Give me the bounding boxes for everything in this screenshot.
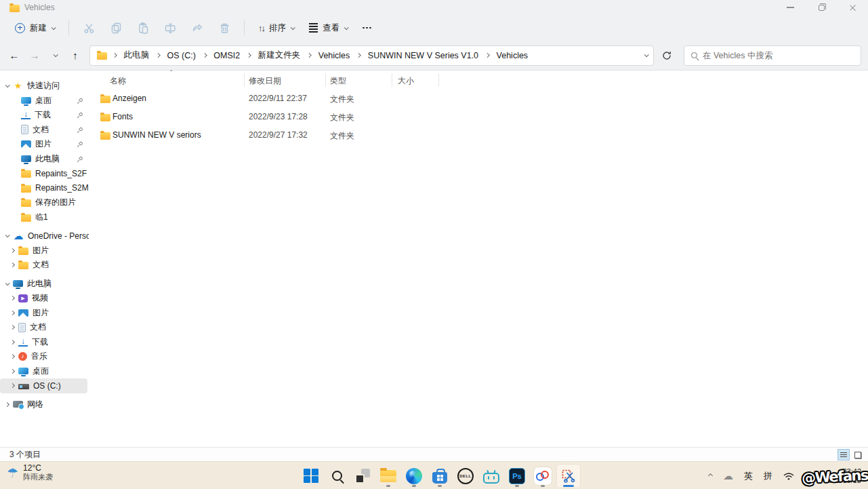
file-row-sunwin[interactable]: SUNWIN NEW V seriors 2022/9/27 17:32 文件夹: [89, 126, 868, 144]
sidebar-item-music[interactable]: ♪ 音乐: [0, 349, 89, 364]
chevron-right-icon[interactable]: [10, 248, 15, 253]
paste-button[interactable]: [131, 18, 154, 37]
sidebar-section-quick-access[interactable]: ★ 快速访问: [0, 79, 89, 94]
start-button[interactable]: [299, 464, 323, 488]
column-header-size[interactable]: 大小: [398, 75, 414, 87]
sidebar-item-repaints-s2m[interactable]: Repaints_S2M: [0, 181, 89, 196]
delete-button[interactable]: [213, 18, 236, 37]
sidebar-item-desktop[interactable]: 桌面: [0, 94, 89, 109]
new-button[interactable]: 新建: [9, 19, 60, 37]
chevron-right-icon[interactable]: [10, 296, 15, 300]
weather-widget[interactable]: ☂ 12°C 阵雨来袭: [7, 464, 53, 482]
restore-button[interactable]: [806, 0, 837, 15]
sidebar-item-temp1[interactable]: 临1: [0, 210, 89, 225]
sidebar-section-this-pc[interactable]: 此电脑: [0, 277, 89, 292]
breadcrumb-os-c[interactable]: OS (C:): [166, 50, 197, 62]
chevron-down-icon[interactable]: [5, 281, 10, 286]
rings-app-button[interactable]: [531, 464, 555, 488]
more-options-button[interactable]: [357, 24, 377, 33]
edge-button[interactable]: [402, 464, 426, 488]
sidebar-item-pc-downloads[interactable]: ↓ 下载: [0, 335, 89, 350]
refresh-button[interactable]: [657, 45, 677, 66]
sidebar-section-onedrive[interactable]: ☁ OneDrive - Persona: [0, 229, 89, 243]
file-row-fonts[interactable]: Fonts 2022/9/23 17:28 文件夹: [89, 108, 868, 126]
breadcrumb-omsi2[interactable]: OMSI2: [212, 50, 241, 62]
chevron-right-icon[interactable]: [10, 354, 15, 359]
wifi-button[interactable]: [778, 471, 800, 481]
details-view-button[interactable]: [838, 449, 850, 461]
onedrive-tray-button[interactable]: ☁: [718, 470, 739, 482]
rename-button[interactable]: [159, 18, 182, 37]
sidebar-item-os-c[interactable]: OS (C:): [0, 378, 87, 393]
cut-button[interactable]: [77, 18, 100, 37]
sidebar-item-downloads[interactable]: ↓ 下载: [0, 108, 89, 123]
ime-pinyin-button[interactable]: 拼: [758, 470, 778, 482]
hidden-icons-button[interactable]: [703, 474, 718, 477]
sidebar-section-network[interactable]: 网络: [0, 397, 89, 412]
dell-button[interactable]: DELL: [453, 464, 478, 488]
back-button[interactable]: ←: [4, 45, 24, 66]
ime-language-button[interactable]: 英: [739, 470, 758, 482]
chevron-right-icon[interactable]: [5, 402, 9, 407]
chevron-right-icon[interactable]: [10, 262, 15, 267]
breadcrumb-new-folder[interactable]: 新建文件夹: [257, 48, 302, 62]
breadcrumb-vehicles[interactable]: Vehicles: [317, 50, 352, 62]
sidebar-item-videos[interactable]: ▶ 视频: [0, 291, 89, 306]
chevron-right-icon[interactable]: [10, 311, 15, 315]
task-view-button[interactable]: [350, 464, 375, 488]
search-icon: [332, 471, 342, 481]
chevron-right-icon[interactable]: [10, 325, 15, 330]
breadcrumb-this-pc[interactable]: 此电脑: [123, 48, 151, 62]
taskbar-search-button[interactable]: [325, 464, 349, 488]
address-dropdown-icon[interactable]: [644, 52, 649, 57]
pin-icon: [79, 97, 83, 102]
chevron-right-icon[interactable]: [10, 369, 15, 374]
history-dropdown-button[interactable]: [45, 45, 65, 66]
refresh-icon: [661, 50, 672, 61]
icons-view-button[interactable]: [852, 449, 864, 461]
chevron-down-icon[interactable]: [5, 83, 10, 88]
sidebar-item-pictures[interactable]: 图片: [0, 137, 89, 152]
sidebar-item-pc-documents[interactable]: 文档: [0, 320, 89, 335]
view-button[interactable]: 查看: [304, 19, 353, 37]
file-row-anzeigen[interactable]: Anzeigen 2022/9/11 22:37 文件夹: [89, 90, 868, 108]
sidebar-item-this-pc-pinned[interactable]: 此电脑: [0, 152, 89, 167]
up-button[interactable]: ↑: [65, 45, 85, 66]
breadcrumb-sunwin[interactable]: SUNWIN NEW V Series V1.0: [367, 50, 480, 62]
microsoft-store-button[interactable]: [428, 464, 452, 488]
column-divider[interactable]: [392, 73, 392, 87]
sidebar-item-saved-pictures[interactable]: 保存的图片: [0, 195, 89, 210]
search-box[interactable]: [684, 45, 861, 66]
address-bar[interactable]: 此电脑 OS (C:) OMSI2 新建文件夹 Vehicles SUNWIN …: [89, 45, 654, 66]
sidebar-item-onedrive-pictures[interactable]: 图片: [0, 243, 89, 258]
sidebar-item-pc-desktop[interactable]: 桌面: [0, 364, 89, 379]
sidebar-item-pc-pictures[interactable]: 图片: [0, 306, 89, 321]
column-divider[interactable]: [325, 73, 326, 87]
forward-button[interactable]: →: [24, 45, 45, 66]
chevron-right-icon[interactable]: [10, 383, 15, 388]
breadcrumb-vehicles-2[interactable]: Vehicles: [495, 50, 530, 62]
column-header-type[interactable]: 类型: [330, 75, 346, 87]
close-button[interactable]: [837, 0, 868, 15]
chevron-right-icon[interactable]: [10, 340, 15, 345]
column-header-name[interactable]: 名称: [110, 75, 126, 87]
share-button[interactable]: [186, 18, 209, 37]
search-input[interactable]: [703, 51, 854, 60]
sort-button-label: 排序: [269, 22, 286, 34]
column-divider[interactable]: [438, 73, 439, 87]
chevron-down-icon: [51, 25, 56, 30]
sidebar-item-onedrive-documents[interactable]: 文档: [0, 258, 89, 273]
details-view-icon: [840, 452, 847, 458]
photoshop-button[interactable]: Ps: [505, 464, 529, 488]
screenshot-tool-button[interactable]: [556, 464, 581, 488]
bilibili-button[interactable]: [479, 464, 503, 488]
sidebar-item-repaints-s2f[interactable]: Repaints_S2F: [0, 166, 89, 181]
column-header-date[interactable]: 修改日期: [249, 75, 281, 87]
copy-button[interactable]: [104, 18, 127, 37]
sort-button[interactable]: ↑↓ 排序: [253, 19, 299, 37]
file-explorer-button[interactable]: [376, 464, 400, 488]
sidebar-item-documents[interactable]: 文档: [0, 123, 89, 138]
minimize-button[interactable]: [774, 0, 806, 15]
chevron-down-icon[interactable]: [5, 233, 10, 238]
column-divider[interactable]: [244, 73, 245, 87]
